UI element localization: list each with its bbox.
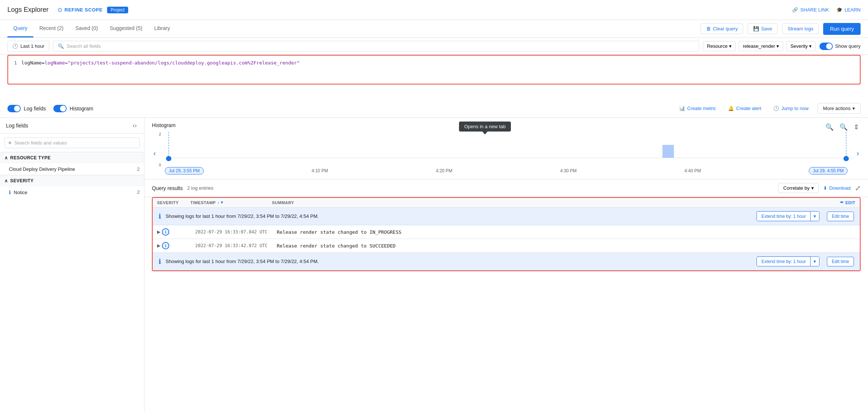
severity-count: 2 <box>137 190 140 195</box>
log-timestamp: 2022-07-29 16:33:07.842 UTC <box>195 229 277 235</box>
download-button[interactable]: ⬇ Download <box>823 185 851 191</box>
app-title: Logs Explorer <box>7 6 49 14</box>
create-alert-button[interactable]: 🔔 Create alert <box>725 104 764 113</box>
tab-library[interactable]: Library <box>148 20 176 37</box>
severity-chip[interactable]: Severity ▾ <box>786 41 816 51</box>
chart-options-button[interactable]: ⇕ <box>852 122 861 132</box>
extend-dropdown-button-bottom[interactable]: ▾ <box>810 257 819 266</box>
create-metric-button[interactable]: 📊 Create metric <box>676 104 719 113</box>
right-panel: Histogram Opens in a new tab 🔍 🔍 ⇕ ‹ 2 <box>144 118 868 412</box>
show-query-toggle-row: Show query <box>819 43 861 50</box>
search-all-fields-input[interactable]: 🔍 Search all fields <box>53 41 699 51</box>
panel-title: Log fields <box>6 123 28 129</box>
info-banner-bottom: ℹ Showing logs for last 1 hour from 7/29… <box>153 253 860 270</box>
log-fields-label: Log fields <box>24 106 46 112</box>
extend-time-button-bottom[interactable]: Extend time by: 1 hour <box>757 257 810 266</box>
tabs-right-actions: 🗑 Clear query 💾 Save Stream logs Run que… <box>701 23 861 35</box>
expand-icon: ▶ <box>157 243 160 248</box>
run-query-button[interactable]: Run query <box>823 23 861 35</box>
save-button[interactable]: 💾 Save <box>748 23 778 34</box>
filter-chips: Resource ▾ release_render ▾ Severity ▾ <box>703 41 816 51</box>
query-code: logName=logName="projects/test-suspend-a… <box>21 60 300 66</box>
edit-time-button[interactable]: Edit time <box>827 212 854 221</box>
project-badge[interactable]: Project <box>107 7 128 13</box>
severity-info-badge: i <box>162 228 169 236</box>
learn-icon: 🎓 <box>837 7 842 13</box>
time-mark-1: 4:10 PM <box>312 168 328 173</box>
panel-header-icons: ‹› <box>131 122 138 130</box>
jump-to-now-button[interactable]: 🕐 Jump to now <box>770 104 812 113</box>
clear-query-button[interactable]: 🗑 Clear query <box>701 23 743 34</box>
severity-label: Notice <box>14 190 27 195</box>
chart-container: ‹ 2 0 <box>152 132 861 175</box>
resource-type-item[interactable]: Cloud Deploy Delivery Pipeline 2 <box>0 163 144 175</box>
extend-btn-group: Extend time by: 1 hour ▾ <box>756 211 819 221</box>
log-row[interactable]: ▶ i 2022-07-29 16:33:42.872 UTC Release … <box>153 239 860 253</box>
time-range-button[interactable]: 🕐 Last 1 hour <box>7 41 49 51</box>
share-link-button[interactable]: 🔗 SHARE LINK <box>792 7 829 13</box>
nav-prev-button[interactable]: ‹ <box>152 132 157 175</box>
extend-btn-group-bottom: Extend time by: 1 hour ▾ <box>756 256 819 266</box>
severity-item[interactable]: ℹ Notice 2 <box>0 186 144 198</box>
extend-time-button[interactable]: Extend time by: 1 hour <box>757 212 810 221</box>
log-timestamp: 2022-07-29 16:33:42.872 UTC <box>195 243 277 248</box>
correlate-by-button[interactable]: Correlate by ▾ <box>778 183 819 193</box>
more-actions-button[interactable]: More actions ▾ <box>818 103 861 114</box>
edit-icon: ✏ <box>840 200 844 205</box>
zoom-in-button[interactable]: 🔍 <box>838 122 849 132</box>
tab-saved[interactable]: Saved (0) <box>69 20 104 37</box>
nav-next-button[interactable]: › <box>855 132 861 175</box>
tab-recent[interactable]: Recent (2) <box>33 20 69 37</box>
log-summary: Release render state changed to IN_PROGR… <box>277 229 855 235</box>
zoom-out-button[interactable]: 🔍 <box>824 122 835 132</box>
severity-section[interactable]: ∧ SEVERITY <box>0 175 144 186</box>
refine-scope-icon: ⊙ <box>57 6 62 13</box>
histogram-toggle[interactable] <box>53 105 67 112</box>
resource-type-section[interactable]: ∧ RESOURCE TYPE <box>0 152 144 163</box>
search-fields-input[interactable]: ≡ Search fields and values <box>4 137 140 148</box>
info-icon: ℹ <box>9 189 11 195</box>
toggle-knob <box>60 106 66 112</box>
spacer <box>0 84 868 99</box>
time-start-label[interactable]: Jul 29, 3:55 PM <box>165 167 204 175</box>
tab-suggested[interactable]: Suggested (5) <box>104 20 148 37</box>
stream-logs-button[interactable]: Stream logs <box>782 23 819 34</box>
controls-right: 📊 Create metric 🔔 Create alert 🕐 Jump to… <box>676 103 861 114</box>
th-edit[interactable]: ✏ EDIT <box>840 200 855 205</box>
resource-chip[interactable]: Resource ▾ <box>703 41 736 51</box>
controls-row: Log fields Histogram 📊 Create metric 🔔 C… <box>0 99 868 118</box>
learn-button[interactable]: 🎓 LEARN <box>837 7 861 13</box>
refine-scope-button[interactable]: ⊙ REFINE SCOPE <box>54 5 106 15</box>
filter-icon[interactable]: ▾ <box>221 200 223 205</box>
expand-collapse-button[interactable]: ‹› <box>131 122 138 130</box>
clock-icon: 🕐 <box>773 106 779 111</box>
time-end-label[interactable]: Jul 29, 4:55 PM <box>809 167 848 175</box>
chart-toolbar: 🔍 🔍 ⇕ <box>824 122 861 132</box>
extend-dropdown-button[interactable]: ▾ <box>810 212 819 221</box>
chevron-down-icon: ▾ <box>852 106 855 111</box>
filter-value-chip[interactable]: release_render ▾ <box>739 41 783 51</box>
fullscreen-button[interactable]: ⤢ <box>855 184 861 192</box>
filter-icon: ≡ <box>9 140 11 146</box>
panel-header: Log fields ‹› <box>0 118 144 134</box>
show-query-toggle[interactable] <box>819 43 833 50</box>
toggle-knob <box>14 106 20 112</box>
svg-point-5 <box>843 156 848 161</box>
histogram-toggle-row: Histogram <box>53 105 93 112</box>
edit-time-button-bottom[interactable]: Edit time <box>827 257 854 266</box>
log-row[interactable]: ▶ i 2022-07-29 16:33:07.842 UTC Release … <box>153 225 860 239</box>
info-circle-icon: ℹ <box>159 258 161 266</box>
log-summary: Release render state changed to SUCCEEDE… <box>277 243 855 249</box>
section-title: SEVERITY <box>10 178 34 183</box>
tab-query[interactable]: Query <box>7 20 33 37</box>
query-editor[interactable]: 1 logName=logName="projects/test-suspend… <box>7 55 861 84</box>
main-content: Log fields ‹› ≡ Search fields and values… <box>0 118 868 412</box>
section-title: RESOURCE TYPE <box>10 155 51 160</box>
log-fields-toggle[interactable] <box>7 105 21 112</box>
resource-type-count: 2 <box>137 167 140 172</box>
query-results-header: Query results 2 log entries Correlate by… <box>144 179 868 197</box>
severity-info-badge: i <box>162 242 169 249</box>
line-number: 1 <box>14 60 17 66</box>
th-summary: SUMMARY <box>272 200 840 205</box>
query-bar: 🕐 Last 1 hour 🔍 Search all fields Resour… <box>0 38 868 55</box>
